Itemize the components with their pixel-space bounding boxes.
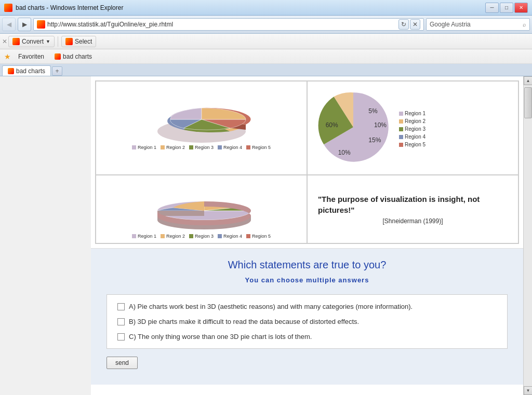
quiz-option-a: A) Pie charts work best in 3D (aesthetic… [117, 303, 497, 310]
legend-item: Region 3 [189, 145, 214, 150]
pie-legend-top-right: Region 1 Region 2 Region 3 Region 4 [399, 111, 425, 147]
back-button[interactable]: ◀ [2, 18, 16, 31]
convert-button[interactable]: Convert ▼ [8, 36, 55, 47]
bad-charts-tab[interactable]: bad charts [51, 52, 95, 61]
option-c-text: C) The only thing worse than one 3D pie … [129, 333, 312, 340]
legend-color [161, 145, 165, 149]
close-button[interactable]: ✕ [514, 3, 528, 13]
favorites-star: ★ [4, 52, 11, 61]
legend-label: Region 2 [166, 145, 185, 150]
tab-icon [8, 68, 14, 74]
pie-chart-bottom-left: Region 1 Region 2 Region 3 [100, 180, 302, 239]
legend-color [399, 119, 403, 124]
checkbox-b[interactable] [117, 318, 125, 325]
legend-color [218, 234, 222, 238]
select-button[interactable]: Select [61, 36, 96, 47]
title-bar-buttons: ─ □ ✕ [485, 3, 528, 13]
select-label: Select [75, 38, 92, 45]
scrollbar-thumb[interactable] [524, 87, 532, 118]
legend-item: Region 3 [399, 126, 425, 132]
legend-color [189, 234, 193, 238]
pie-svg-top-right: 5% 10% 15% 10% 60% [312, 86, 395, 169]
pie-svg-bottom-left [147, 180, 256, 231]
scrollbar-down-button[interactable]: ▼ [524, 386, 532, 395]
checkbox-a[interactable] [117, 303, 125, 310]
legend-color [132, 145, 136, 149]
legend-color [189, 145, 193, 149]
minimize-button[interactable]: ─ [485, 3, 499, 13]
tabs-bar: bad charts + [0, 64, 532, 76]
legend-item: Region 4 [399, 134, 425, 140]
pie-chart-top-left: Region 1 Region 2 Region 3 [100, 86, 302, 150]
legend-label: Region 3 [405, 126, 425, 132]
legend-item: Region 1 [132, 145, 156, 150]
quiz-option-b: B) 3D pie charts make it difficult to re… [117, 318, 497, 325]
legend-item: Region 3 [189, 234, 214, 239]
legend-item: Region 2 [161, 234, 185, 239]
checkbox-c[interactable] [117, 333, 125, 340]
legend-item: Region 2 [161, 145, 185, 150]
select-icon [65, 38, 73, 45]
convert-dropdown-icon: ▼ [46, 39, 50, 44]
charts-section: Region 1 Region 2 Region 3 [91, 76, 523, 249]
window-title: bad charts - Windows Internet Explorer [16, 4, 123, 11]
legend-item: Region 5 [246, 145, 271, 150]
nav-bar: ◀ ▶ http://www.statistik.at/TguiOnline/e… [0, 16, 532, 34]
legend-label: Region 5 [252, 145, 271, 150]
legend-color [399, 112, 403, 116]
legend-color [246, 145, 250, 149]
legend-label: Region 3 [195, 145, 214, 150]
legend-color [399, 143, 403, 147]
legend-label: Region 4 [223, 234, 242, 239]
legend-label: Region 4 [223, 145, 242, 150]
active-tab[interactable]: bad charts [2, 65, 51, 76]
chart-top-left: Region 1 Region 2 Region 3 [96, 81, 307, 175]
quiz-subtitle: You can choose multiple answers [107, 276, 508, 284]
address-bar[interactable]: http://www.statistik.at/TguiOnline/ex_pi… [33, 18, 424, 31]
forward-button[interactable]: ▶ [18, 18, 31, 31]
charts-grid: Region 1 Region 2 Region 3 [95, 80, 519, 244]
quiz-title: Which statements are true to you? [107, 259, 508, 271]
legend-label: Region 2 [166, 234, 185, 239]
legend-color [132, 234, 136, 238]
search-placeholder: Google Austria [430, 21, 471, 28]
address-icon [37, 20, 45, 29]
option-b-text: B) 3D pie charts make it difficult to re… [129, 318, 359, 325]
legend-item: Region 5 [246, 234, 271, 239]
toolbar-bar: ✕ Convert ▼ Select [0, 34, 532, 49]
legend-label: Region 1 [138, 145, 156, 150]
legend-item: Region 1 [399, 111, 425, 116]
svg-text:15%: 15% [368, 137, 381, 144]
refresh-button[interactable]: ↻ [398, 19, 409, 30]
svg-text:10%: 10% [338, 149, 351, 156]
legend-item: Region 5 [399, 142, 425, 147]
pie-chart-top-right: 5% 10% 15% 10% 60% [312, 86, 395, 170]
scrollbar-up-button[interactable]: ▲ [524, 76, 532, 85]
scrollbar-track[interactable] [524, 85, 532, 386]
pie-svg-top-left [150, 86, 254, 143]
legend-label: Region 4 [405, 134, 425, 140]
legend-color [218, 145, 222, 149]
legend-label: Region 5 [405, 142, 425, 147]
send-button[interactable]: send [107, 357, 138, 369]
bad-charts-label: bad charts [63, 53, 92, 60]
title-bar: bad charts - Windows Internet Explorer ─… [0, 0, 532, 16]
legend-color [161, 234, 165, 238]
chart-bottom-right: "The purpose of visualization is insight… [307, 175, 518, 243]
toolbar-separator [58, 36, 58, 47]
content-area: Region 1 Region 2 Region 3 [91, 76, 523, 395]
convert-icon [12, 38, 20, 45]
quote-author: [Shneiderman (1999)] [382, 217, 443, 225]
favorites-item[interactable]: Favoriten [15, 52, 47, 61]
scrollbar: ▲ ▼ [523, 76, 532, 395]
new-tab-button[interactable]: + [52, 66, 62, 76]
stop-button[interactable]: ✕ [410, 19, 420, 30]
legend-item: Region 1 [132, 234, 156, 239]
main-content: Region 1 Region 2 Region 3 [0, 76, 532, 395]
maximize-button[interactable]: □ [500, 3, 513, 13]
pie-legend-bottom-left: Region 1 Region 2 Region 3 [132, 234, 271, 239]
bad-charts-icon [55, 53, 61, 60]
chart-bottom-left: Region 1 Region 2 Region 3 [96, 175, 307, 243]
search-bar[interactable]: Google Austria ⌕ [426, 18, 530, 31]
quiz-section: Which statements are true to you? You ca… [91, 249, 523, 385]
